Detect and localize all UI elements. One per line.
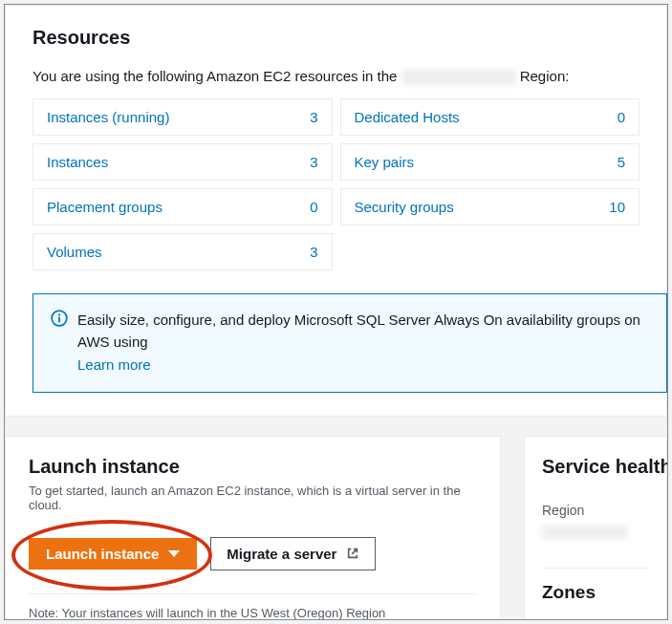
resources-panel: Resources You are using the following Am… (5, 5, 667, 417)
zones-title: Zones (542, 582, 649, 603)
region-value-redacted (542, 526, 628, 539)
region-label: Region (542, 503, 649, 518)
resource-dedicated-hosts[interactable]: Dedicated Hosts 0 (340, 98, 640, 136)
launch-instance-panel: Launch instance To get started, launch a… (5, 436, 501, 620)
svg-point-1 (58, 313, 60, 315)
service-health-panel: Service health Region Zones (524, 436, 667, 620)
learn-more-link[interactable]: Learn more (77, 355, 649, 377)
resource-security-groups[interactable]: Security groups 10 (340, 188, 640, 226)
launch-instance-description: To get started, launch an Amazon EC2 ins… (29, 484, 477, 512)
resource-instances-running[interactable]: Instances (running) 3 (33, 98, 333, 136)
info-banner: Easily size, configure, and deploy Micro… (33, 293, 667, 393)
resources-title: Resources (33, 27, 639, 49)
service-health-title: Service health (542, 456, 649, 478)
resource-instances[interactable]: Instances 3 (33, 143, 333, 181)
caret-down-icon (168, 550, 180, 557)
external-link-icon (346, 547, 359, 560)
resources-description: You are using the following Amazon EC2 r… (33, 68, 639, 85)
resource-grid: Instances (running) 3 Dedicated Hosts 0 … (33, 98, 639, 270)
divider (29, 593, 477, 594)
info-icon (51, 310, 68, 331)
region-name-redacted (401, 70, 516, 85)
launch-instance-title: Launch instance (29, 456, 477, 478)
divider (542, 568, 649, 569)
launch-note: Note: Your instances will launch in the … (29, 606, 477, 620)
svg-rect-2 (58, 317, 60, 323)
launch-instance-button[interactable]: Launch instance (29, 538, 197, 570)
resource-volumes[interactable]: Volumes 3 (33, 233, 333, 270)
migrate-server-button[interactable]: Migrate a server (210, 537, 376, 570)
resource-placement-groups[interactable]: Placement groups 0 (33, 188, 333, 226)
resource-key-pairs[interactable]: Key pairs 5 (340, 143, 640, 181)
banner-text: Easily size, configure, and deploy Micro… (77, 312, 640, 350)
